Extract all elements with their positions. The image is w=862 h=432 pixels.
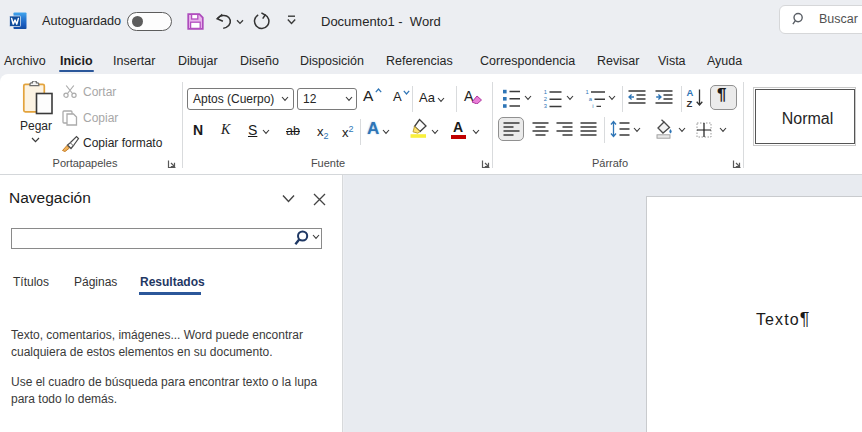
- svg-text:A: A: [687, 87, 694, 98]
- svg-text:1: 1: [544, 89, 547, 95]
- svg-text:2: 2: [544, 96, 547, 102]
- svg-text:i: i: [592, 103, 593, 108]
- svg-text:a: a: [589, 96, 593, 102]
- svg-text:Z: Z: [687, 98, 693, 109]
- svg-text:3: 3: [544, 103, 547, 108]
- svg-text:1: 1: [586, 89, 589, 95]
